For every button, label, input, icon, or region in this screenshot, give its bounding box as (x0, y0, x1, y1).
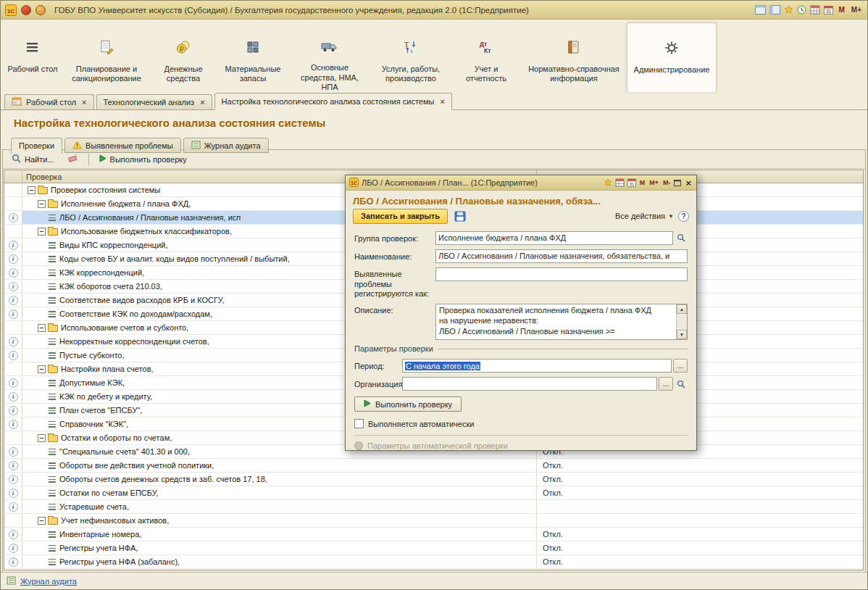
table-icon[interactable] (810, 5, 820, 14)
info-icon[interactable]: i (9, 378, 18, 388)
titlebar-orange-icon[interactable] (36, 5, 46, 15)
calc-m-button[interactable]: M (639, 179, 646, 186)
favorites-star-icon[interactable] (784, 5, 793, 14)
info-icon[interactable]: i (9, 268, 18, 278)
calendar-icon[interactable]: 31 (824, 5, 833, 14)
maximize-icon[interactable] (674, 180, 681, 186)
favorites-star-icon[interactable] (604, 178, 612, 187)
ribbon-section-reference[interactable]: Нормативно-справочная информация (521, 20, 627, 92)
ribbon-section-money[interactable]: ₽ Денежные средства (150, 20, 217, 92)
info-icon[interactable]: i (9, 544, 18, 553)
name-field[interactable]: ЛБО / Ассигнования / Плановые назначения… (435, 249, 688, 263)
info-icon[interactable]: i (9, 420, 18, 429)
panel-toggle-icon[interactable] (755, 5, 766, 14)
ribbon-section-services[interactable]: Tt Услуги, работы, производство (370, 20, 451, 92)
dialog-run-check-button[interactable]: Выполнить проверку (354, 396, 462, 412)
calc-m-plus-button[interactable]: M+ (850, 6, 863, 14)
panel-toggle-icon[interactable] (769, 5, 780, 14)
ribbon-section-desktop[interactable]: Рабочий стол (2, 20, 63, 92)
check-group-field[interactable]: Исполнение бюджета / плана ФХД (435, 231, 673, 245)
info-icon[interactable]: i (9, 351, 18, 360)
collapse-toggle-icon[interactable] (38, 517, 46, 525)
audit-journal-link[interactable]: Журнал аудита (20, 577, 77, 586)
info-icon[interactable]: i (9, 461, 18, 470)
info-icon[interactable]: i (9, 447, 18, 457)
ribbon-section-accounting[interactable]: ДтКт Учет и отчетность (451, 20, 521, 92)
info-icon[interactable]: i (9, 489, 18, 498)
info-icon[interactable]: i (9, 530, 18, 539)
save-and-close-button[interactable]: Записать и закрыть (353, 209, 448, 224)
auto-run-checkbox[interactable] (354, 419, 364, 428)
organization-field[interactable] (402, 377, 657, 391)
organization-label: Организация: (354, 380, 402, 389)
subtab-problems[interactable]: Выявленные проблемы (64, 138, 181, 153)
table-row[interactable]: iОбороты вне действия учетной политики,О… (4, 459, 863, 473)
table-row[interactable]: iРегистры учета НФА (забаланс),Откл. (4, 555, 863, 569)
close-dialog-icon[interactable]: × (684, 178, 693, 188)
info-icon[interactable]: i (9, 337, 18, 346)
all-actions-button[interactable]: Все действия ▼ (615, 212, 674, 220)
tab-tech-analysis-settings[interactable]: Настройка технологического анализа состо… (214, 93, 452, 110)
scroll-down-icon[interactable]: ▼ (677, 330, 687, 339)
lookup-magnifier-icon[interactable] (675, 377, 688, 391)
info-icon[interactable]: i (9, 475, 18, 484)
subtab-checks[interactable]: Проверки (11, 138, 62, 154)
period-field[interactable]: С начала этого года (402, 359, 672, 373)
info-icon[interactable]: i (9, 241, 18, 250)
clear-filter-button[interactable] (62, 151, 83, 167)
collapse-toggle-icon[interactable] (38, 228, 46, 236)
calc-m-minus-button[interactable]: M- (662, 179, 672, 186)
subtab-audit-journal[interactable]: Журнал аудита (183, 138, 269, 153)
ribbon-section-materials[interactable]: Материальные запасы (217, 20, 289, 92)
collapse-toggle-icon[interactable] (38, 365, 46, 373)
table-row[interactable]: iИнвентарные номера,Откл. (4, 528, 863, 541)
info-icon[interactable]: i (9, 502, 18, 512)
info-icon[interactable]: i (9, 296, 18, 305)
tab-tech-analysis[interactable]: Технологический анализ × (96, 94, 212, 109)
ribbon-section-planning[interactable]: Планирование и санкционирование (63, 20, 150, 92)
calc-m-plus-button[interactable]: M+ (648, 179, 659, 186)
lookup-magnifier-icon[interactable] (675, 231, 688, 245)
titlebar-red-icon[interactable] (21, 5, 31, 15)
tab-desktop[interactable]: Рабочий стол × (4, 94, 94, 109)
table-row[interactable]: Учет нефинансовых активов, (4, 514, 863, 528)
close-tab-icon[interactable]: × (82, 98, 86, 107)
description-field[interactable]: Проверка показателей исполнения бюджета … (435, 304, 688, 340)
close-tab-icon[interactable]: × (440, 97, 444, 106)
problems-field[interactable] (435, 267, 688, 281)
auto-params-button[interactable]: Параметры автоматической проверки (354, 441, 688, 450)
find-button[interactable]: Найти... (7, 151, 59, 167)
table-row[interactable]: iОбороты счетов денежных средств и заб. … (4, 473, 863, 486)
info-icon[interactable]: i (9, 406, 18, 415)
auto-params-label: Параметры автоматической проверки (367, 441, 508, 450)
ribbon-section-administration[interactable]: Администрирование (627, 22, 717, 92)
calc-m-button[interactable]: M (837, 6, 846, 14)
table-row[interactable]: iОстатки по счетам ЕПСБУ,Откл. (4, 486, 863, 500)
ribbon-section-fixed-assets[interactable]: Основные средства, НМА, НПА (289, 20, 370, 92)
period-choose-button[interactable]: ... (673, 359, 688, 373)
table-row[interactable]: iУстаревшие счета, (4, 500, 863, 514)
description-scrollbar[interactable]: ▲ ▼ (676, 304, 687, 339)
scroll-up-icon[interactable]: ▲ (677, 304, 687, 314)
app-1c-icon[interactable]: 1С (5, 4, 17, 16)
info-icon[interactable]: i (9, 309, 18, 319)
info-icon[interactable]: i (9, 392, 18, 402)
help-button[interactable]: ? (678, 211, 689, 222)
table-icon[interactable] (615, 178, 625, 187)
info-icon[interactable]: i (9, 213, 18, 223)
organization-choose-button[interactable]: ... (659, 377, 673, 391)
svg-text:1С: 1С (351, 180, 357, 185)
save-button[interactable] (452, 210, 468, 223)
run-check-button[interactable]: Выполнить проверку (94, 152, 192, 166)
table-row[interactable]: iРегистры учета НФА,Откл. (4, 541, 863, 555)
info-icon[interactable]: i (9, 557, 18, 567)
close-tab-icon[interactable]: × (200, 98, 204, 107)
history-icon[interactable] (797, 5, 806, 14)
info-icon[interactable]: i (9, 282, 18, 291)
collapse-toggle-icon[interactable] (38, 434, 46, 442)
collapse-toggle-icon[interactable] (28, 186, 36, 194)
calendar-icon[interactable]: 31 (627, 178, 636, 187)
info-icon[interactable]: i (9, 254, 18, 264)
collapse-toggle-icon[interactable] (38, 200, 46, 208)
collapse-toggle-icon[interactable] (38, 324, 46, 332)
